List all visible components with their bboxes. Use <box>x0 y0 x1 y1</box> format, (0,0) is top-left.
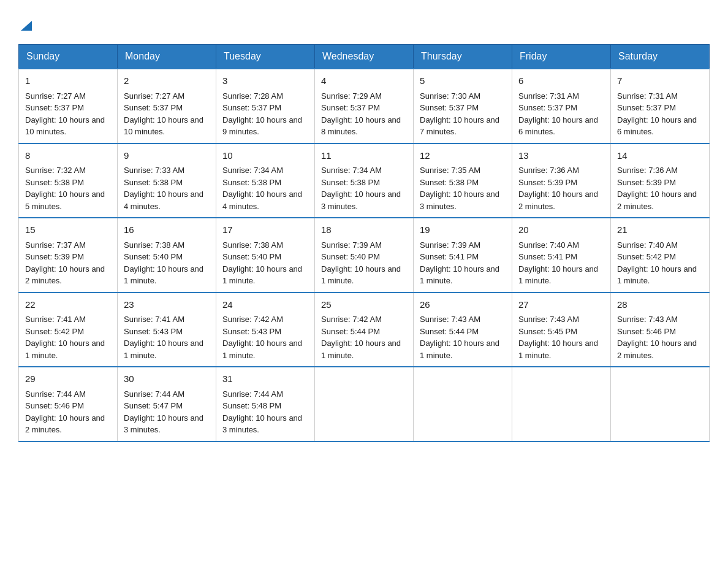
day-sunset: Sunset: 5:45 PM <box>518 327 577 336</box>
day-sunrise: Sunrise: 7:27 AM <box>124 91 184 101</box>
calendar-cell: 8 Sunrise: 7:32 AM Sunset: 5:38 PM Dayli… <box>19 144 118 218</box>
day-daylight: Daylight: 10 hours and 7 minutes. <box>420 115 499 137</box>
day-sunrise: Sunrise: 7:42 AM <box>222 315 283 324</box>
day-number: 19 <box>420 223 506 237</box>
day-sunrise: Sunrise: 7:44 AM <box>25 389 86 399</box>
day-number: 27 <box>518 298 604 312</box>
day-daylight: Daylight: 10 hours and 2 minutes. <box>25 264 105 286</box>
day-sunset: Sunset: 5:37 PM <box>25 103 84 112</box>
day-number: 7 <box>617 74 703 88</box>
day-daylight: Daylight: 10 hours and 1 minute. <box>518 339 598 360</box>
calendar-cell <box>512 367 611 442</box>
day-sunset: Sunset: 5:39 PM <box>617 178 676 187</box>
calendar-cell: 19 Sunrise: 7:39 AM Sunset: 5:41 PM Dayl… <box>414 218 512 293</box>
day-number: 9 <box>124 149 210 163</box>
weekday-header-sunday: Sunday <box>19 45 118 69</box>
day-sunrise: Sunrise: 7:44 AM <box>222 389 283 399</box>
day-sunrise: Sunrise: 7:36 AM <box>617 166 678 175</box>
calendar-cell: 27 Sunrise: 7:43 AM Sunset: 5:45 PM Dayl… <box>512 293 611 367</box>
day-sunset: Sunset: 5:41 PM <box>420 252 479 261</box>
day-sunset: Sunset: 5:40 PM <box>321 252 380 261</box>
day-sunset: Sunset: 5:40 PM <box>222 252 281 261</box>
day-number: 20 <box>518 223 604 237</box>
weekday-header-thursday: Thursday <box>414 45 512 69</box>
day-sunset: Sunset: 5:37 PM <box>617 103 676 112</box>
day-daylight: Daylight: 10 hours and 2 minutes. <box>518 190 598 211</box>
day-daylight: Daylight: 10 hours and 1 minute. <box>124 264 203 286</box>
day-sunrise: Sunrise: 7:29 AM <box>321 91 382 101</box>
day-sunset: Sunset: 5:47 PM <box>124 401 183 410</box>
day-number: 5 <box>420 74 506 88</box>
day-daylight: Daylight: 10 hours and 4 minutes. <box>222 190 302 211</box>
calendar-week-row: 8 Sunrise: 7:32 AM Sunset: 5:38 PM Dayli… <box>19 144 710 218</box>
day-sunset: Sunset: 5:37 PM <box>420 103 479 112</box>
day-sunrise: Sunrise: 7:43 AM <box>420 315 480 324</box>
calendar-cell: 6 Sunrise: 7:31 AM Sunset: 5:37 PM Dayli… <box>512 69 611 144</box>
day-number: 22 <box>25 298 111 312</box>
weekday-header-row: SundayMondayTuesdayWednesdayThursdayFrid… <box>19 45 710 69</box>
calendar-cell: 23 Sunrise: 7:41 AM Sunset: 5:43 PM Dayl… <box>118 293 216 367</box>
calendar-cell: 16 Sunrise: 7:38 AM Sunset: 5:40 PM Dayl… <box>118 218 216 293</box>
day-number: 30 <box>124 372 210 386</box>
day-daylight: Daylight: 10 hours and 4 minutes. <box>124 190 203 211</box>
day-sunrise: Sunrise: 7:44 AM <box>124 389 184 399</box>
day-sunset: Sunset: 5:37 PM <box>124 103 183 112</box>
calendar-week-row: 1 Sunrise: 7:27 AM Sunset: 5:37 PM Dayli… <box>19 69 710 144</box>
calendar-cell <box>611 367 710 442</box>
day-daylight: Daylight: 10 hours and 1 minute. <box>222 339 302 360</box>
day-daylight: Daylight: 10 hours and 6 minutes. <box>617 115 697 137</box>
day-sunrise: Sunrise: 7:39 AM <box>321 240 382 250</box>
calendar-cell <box>414 367 512 442</box>
logo-triangle-icon <box>20 18 33 32</box>
day-sunrise: Sunrise: 7:28 AM <box>222 91 283 101</box>
calendar-cell <box>315 367 414 442</box>
day-sunrise: Sunrise: 7:41 AM <box>25 315 86 324</box>
day-number: 26 <box>420 298 506 312</box>
day-sunset: Sunset: 5:38 PM <box>420 178 479 187</box>
calendar-cell: 21 Sunrise: 7:40 AM Sunset: 5:42 PM Dayl… <box>611 218 710 293</box>
day-sunrise: Sunrise: 7:31 AM <box>617 91 678 101</box>
day-number: 23 <box>124 298 210 312</box>
calendar-cell: 11 Sunrise: 7:34 AM Sunset: 5:38 PM Dayl… <box>315 144 414 218</box>
day-sunset: Sunset: 5:38 PM <box>124 178 183 187</box>
day-sunset: Sunset: 5:38 PM <box>321 178 380 187</box>
calendar-cell: 12 Sunrise: 7:35 AM Sunset: 5:38 PM Dayl… <box>414 144 512 218</box>
day-number: 13 <box>518 149 604 163</box>
calendar-cell: 29 Sunrise: 7:44 AM Sunset: 5:46 PM Dayl… <box>19 367 118 442</box>
calendar-cell: 5 Sunrise: 7:30 AM Sunset: 5:37 PM Dayli… <box>414 69 512 144</box>
day-sunrise: Sunrise: 7:38 AM <box>222 240 283 250</box>
day-sunset: Sunset: 5:39 PM <box>518 178 577 187</box>
day-daylight: Daylight: 10 hours and 8 minutes. <box>321 115 401 137</box>
calendar-cell: 26 Sunrise: 7:43 AM Sunset: 5:44 PM Dayl… <box>414 293 512 367</box>
day-daylight: Daylight: 10 hours and 3 minutes. <box>420 190 499 211</box>
day-sunrise: Sunrise: 7:39 AM <box>420 240 480 250</box>
day-daylight: Daylight: 10 hours and 1 minute. <box>222 264 302 286</box>
day-number: 12 <box>420 149 506 163</box>
calendar-cell: 25 Sunrise: 7:42 AM Sunset: 5:44 PM Dayl… <box>315 293 414 367</box>
calendar-cell: 18 Sunrise: 7:39 AM Sunset: 5:40 PM Dayl… <box>315 218 414 293</box>
day-sunrise: Sunrise: 7:35 AM <box>420 166 480 175</box>
day-number: 4 <box>321 74 407 88</box>
day-number: 10 <box>222 149 308 163</box>
day-sunrise: Sunrise: 7:43 AM <box>518 315 579 324</box>
day-daylight: Daylight: 10 hours and 9 minutes. <box>222 115 302 137</box>
calendar-cell: 14 Sunrise: 7:36 AM Sunset: 5:39 PM Dayl… <box>611 144 710 218</box>
day-daylight: Daylight: 10 hours and 1 minute. <box>321 264 401 286</box>
day-daylight: Daylight: 10 hours and 1 minute. <box>124 339 203 360</box>
calendar-cell: 3 Sunrise: 7:28 AM Sunset: 5:37 PM Dayli… <box>216 69 315 144</box>
calendar-table: SundayMondayTuesdayWednesdayThursdayFrid… <box>18 44 710 442</box>
calendar-cell: 28 Sunrise: 7:43 AM Sunset: 5:46 PM Dayl… <box>611 293 710 367</box>
calendar-week-row: 22 Sunrise: 7:41 AM Sunset: 5:42 PM Dayl… <box>19 293 710 367</box>
day-sunset: Sunset: 5:46 PM <box>617 327 676 336</box>
calendar-cell: 13 Sunrise: 7:36 AM Sunset: 5:39 PM Dayl… <box>512 144 611 218</box>
calendar-cell: 31 Sunrise: 7:44 AM Sunset: 5:48 PM Dayl… <box>216 367 315 442</box>
day-sunrise: Sunrise: 7:40 AM <box>617 240 678 250</box>
day-sunrise: Sunrise: 7:38 AM <box>124 240 184 250</box>
day-daylight: Daylight: 10 hours and 10 minutes. <box>25 115 105 137</box>
day-sunset: Sunset: 5:44 PM <box>420 327 479 336</box>
logo <box>18 18 33 32</box>
day-daylight: Daylight: 10 hours and 1 minute. <box>25 339 105 360</box>
day-number: 16 <box>124 223 210 237</box>
day-number: 2 <box>124 74 210 88</box>
day-sunset: Sunset: 5:39 PM <box>25 252 84 261</box>
